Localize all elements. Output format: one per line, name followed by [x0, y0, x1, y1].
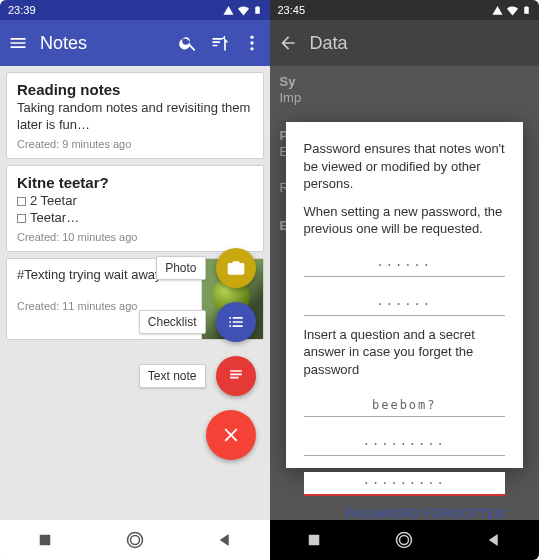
bg-label: Sy — [280, 74, 296, 89]
status-icons — [492, 4, 531, 16]
question-input[interactable] — [304, 394, 506, 417]
note-card[interactable]: Kitne teetar? 2 TeetarTeetar… Created: 1… — [6, 165, 264, 252]
svg-point-4 — [130, 536, 139, 545]
note-title: Reading notes — [17, 81, 253, 98]
screen-data: 23:45 Data Sy Imp Pa Edi Re Era Password… — [270, 0, 540, 560]
svg-point-2 — [250, 47, 253, 50]
status-bar: 23:39 — [0, 0, 270, 20]
status-icons — [223, 4, 262, 16]
fab-checklist[interactable] — [216, 302, 256, 342]
note-body: Taking random notes and revisiting them … — [17, 100, 253, 134]
nav-recent[interactable] — [36, 531, 54, 549]
settings-background: Sy Imp Pa Edi Re Era Password ensures th… — [270, 66, 540, 520]
fab-label-checklist: Checklist — [139, 310, 206, 334]
dialog-text: Insert a question and a secret answer in… — [304, 326, 506, 379]
svg-point-0 — [250, 36, 253, 39]
password-dialog: Password ensures that notes won't be vie… — [286, 122, 524, 468]
note-meta: Created: 9 minutes ago — [17, 138, 253, 150]
note-body: 2 TeetarTeetar… — [17, 193, 253, 227]
svg-rect-6 — [309, 535, 320, 546]
app-bar: Data — [270, 20, 540, 66]
forgot-password-button[interactable]: PASSWORD FORGOTTEN — [345, 506, 505, 520]
fab-stack: Photo Checklist Text note — [139, 248, 256, 460]
nav-home[interactable] — [395, 531, 413, 549]
svg-point-1 — [250, 41, 253, 44]
note-meta: Created: 10 minutes ago — [17, 231, 253, 243]
search-icon[interactable] — [178, 33, 198, 53]
back-icon[interactable] — [278, 33, 298, 53]
status-time: 23:39 — [8, 4, 36, 16]
checkbox-icon — [17, 197, 26, 206]
status-bar: 23:45 — [270, 0, 540, 20]
app-title: Notes — [40, 33, 166, 54]
nav-back[interactable] — [216, 531, 234, 549]
nav-bar — [0, 520, 270, 560]
app-title: Data — [310, 33, 532, 54]
note-title: Kitne teetar? — [17, 174, 253, 191]
checkbox-icon — [17, 214, 26, 223]
nav-back[interactable] — [485, 531, 503, 549]
svg-rect-3 — [40, 535, 51, 546]
note-list: Reading notes Taking random notes and re… — [0, 66, 270, 520]
more-icon[interactable] — [242, 33, 262, 53]
app-bar: Notes — [0, 20, 270, 66]
fab-close[interactable] — [206, 410, 256, 460]
status-time: 23:45 — [278, 4, 306, 16]
svg-point-7 — [400, 536, 409, 545]
dialog-text: Password ensures that notes won't be vie… — [304, 140, 506, 193]
menu-icon[interactable] — [8, 33, 28, 53]
fab-label-photo: Photo — [156, 256, 205, 280]
fab-textnote[interactable] — [216, 356, 256, 396]
note-card[interactable]: Reading notes Taking random notes and re… — [6, 72, 264, 159]
answer-input[interactable] — [304, 433, 506, 456]
dialog-actions: PASSWORD FORGOTTEN REMOVE PASSWORD OK — [304, 506, 506, 520]
nav-recent[interactable] — [305, 531, 323, 549]
nav-bar — [270, 520, 540, 560]
password-input-new[interactable] — [304, 293, 506, 316]
fab-label-textnote: Text note — [139, 364, 206, 388]
fab-photo[interactable] — [216, 248, 256, 288]
nav-home[interactable] — [126, 531, 144, 549]
sort-icon[interactable] — [210, 33, 230, 53]
dialog-text: When setting a new password, the previou… — [304, 203, 506, 238]
bg-label: Imp — [280, 90, 302, 105]
answer-confirm-input[interactable] — [304, 472, 506, 496]
screen-notes: 23:39 Notes Reading notes Taking random … — [0, 0, 270, 560]
password-input-old[interactable] — [304, 254, 506, 277]
